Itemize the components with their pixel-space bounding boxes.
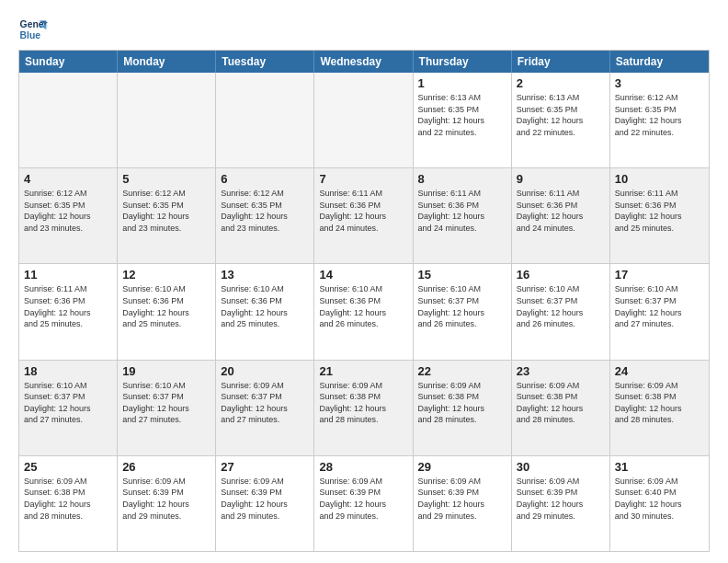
day-number: 12 — [122, 268, 210, 282]
day-number: 27 — [221, 460, 309, 474]
calendar-row: 11Sunrise: 6:11 AM Sunset: 6:36 PM Dayli… — [19, 264, 709, 360]
calendar-cell: 22Sunrise: 6:09 AM Sunset: 6:38 PM Dayli… — [414, 361, 512, 455]
day-number: 3 — [615, 76, 704, 90]
calendar-cell: 3Sunrise: 6:12 AM Sunset: 6:35 PM Daylig… — [610, 73, 709, 167]
calendar-cell: 23Sunrise: 6:09 AM Sunset: 6:38 PM Dayli… — [512, 361, 610, 455]
calendar-row: 25Sunrise: 6:09 AM Sunset: 6:38 PM Dayli… — [19, 456, 709, 551]
logo-icon: General Blue — [18, 15, 48, 44]
header-day: Thursday — [414, 51, 512, 73]
calendar-header: SundayMondayTuesdayWednesdayThursdayFrid… — [19, 51, 709, 73]
day-number: 30 — [517, 460, 605, 474]
calendar-cell: 29Sunrise: 6:09 AM Sunset: 6:39 PM Dayli… — [414, 456, 512, 551]
calendar-cell: 16Sunrise: 6:10 AM Sunset: 6:37 PM Dayli… — [512, 264, 610, 359]
day-number: 15 — [418, 268, 506, 282]
calendar-cell: 26Sunrise: 6:09 AM Sunset: 6:39 PM Dayli… — [118, 456, 216, 551]
day-number: 5 — [122, 172, 210, 186]
day-detail: Sunrise: 6:13 AM Sunset: 6:35 PM Dayligh… — [517, 92, 605, 138]
calendar-cell — [19, 73, 118, 167]
day-detail: Sunrise: 6:12 AM Sunset: 6:35 PM Dayligh… — [615, 92, 704, 138]
calendar-cell: 15Sunrise: 6:10 AM Sunset: 6:37 PM Dayli… — [414, 264, 512, 359]
day-detail: Sunrise: 6:09 AM Sunset: 6:38 PM Dayligh… — [24, 476, 112, 522]
day-detail: Sunrise: 6:09 AM Sunset: 6:39 PM Dayligh… — [122, 476, 210, 522]
day-detail: Sunrise: 6:11 AM Sunset: 6:36 PM Dayligh… — [615, 188, 704, 234]
calendar-cell: 13Sunrise: 6:10 AM Sunset: 6:36 PM Dayli… — [216, 264, 314, 359]
calendar-cell: 27Sunrise: 6:09 AM Sunset: 6:39 PM Dayli… — [216, 456, 314, 551]
day-detail: Sunrise: 6:09 AM Sunset: 6:39 PM Dayligh… — [517, 476, 605, 522]
day-number: 19 — [122, 364, 210, 378]
day-detail: Sunrise: 6:10 AM Sunset: 6:37 PM Dayligh… — [24, 380, 112, 426]
calendar-cell: 20Sunrise: 6:09 AM Sunset: 6:37 PM Dayli… — [216, 361, 314, 455]
calendar-cell: 30Sunrise: 6:09 AM Sunset: 6:39 PM Dayli… — [512, 456, 610, 551]
calendar-cell — [216, 73, 314, 167]
day-number: 22 — [418, 364, 506, 378]
day-number: 7 — [319, 172, 407, 186]
day-number: 28 — [319, 460, 407, 474]
day-detail: Sunrise: 6:09 AM Sunset: 6:38 PM Dayligh… — [319, 380, 407, 426]
day-number: 14 — [319, 268, 407, 282]
calendar-cell: 25Sunrise: 6:09 AM Sunset: 6:38 PM Dayli… — [19, 456, 118, 551]
calendar-cell: 5Sunrise: 6:12 AM Sunset: 6:35 PM Daylig… — [118, 168, 216, 263]
calendar-cell: 24Sunrise: 6:09 AM Sunset: 6:38 PM Dayli… — [610, 361, 709, 455]
calendar-cell: 2Sunrise: 6:13 AM Sunset: 6:35 PM Daylig… — [512, 73, 610, 167]
day-detail: Sunrise: 6:12 AM Sunset: 6:35 PM Dayligh… — [122, 188, 210, 234]
day-number: 4 — [24, 172, 112, 186]
calendar-cell: 4Sunrise: 6:12 AM Sunset: 6:35 PM Daylig… — [19, 168, 118, 263]
calendar-cell: 12Sunrise: 6:10 AM Sunset: 6:36 PM Dayli… — [118, 264, 216, 359]
day-detail: Sunrise: 6:10 AM Sunset: 6:37 PM Dayligh… — [122, 380, 210, 426]
day-detail: Sunrise: 6:10 AM Sunset: 6:36 PM Dayligh… — [122, 283, 210, 329]
calendar-cell: 19Sunrise: 6:10 AM Sunset: 6:37 PM Dayli… — [118, 361, 216, 455]
day-detail: Sunrise: 6:09 AM Sunset: 6:38 PM Dayligh… — [615, 380, 704, 426]
day-number: 29 — [418, 460, 506, 474]
day-number: 20 — [221, 364, 309, 378]
calendar-cell: 31Sunrise: 6:09 AM Sunset: 6:40 PM Dayli… — [610, 456, 709, 551]
day-detail: Sunrise: 6:11 AM Sunset: 6:36 PM Dayligh… — [24, 283, 112, 329]
day-number: 9 — [517, 172, 605, 186]
day-detail: Sunrise: 6:10 AM Sunset: 6:37 PM Dayligh… — [615, 283, 704, 329]
header-day: Tuesday — [216, 51, 314, 73]
day-detail: Sunrise: 6:11 AM Sunset: 6:36 PM Dayligh… — [319, 188, 407, 234]
day-number: 23 — [517, 364, 605, 378]
day-number: 18 — [24, 364, 112, 378]
calendar-cell — [314, 73, 413, 167]
header-day: Saturday — [610, 51, 709, 73]
header-day: Wednesday — [314, 51, 413, 73]
day-detail: Sunrise: 6:09 AM Sunset: 6:39 PM Dayligh… — [221, 476, 309, 522]
day-number: 6 — [221, 172, 309, 186]
day-number: 2 — [517, 76, 605, 90]
logo: General Blue — [18, 15, 48, 44]
svg-text:Blue: Blue — [20, 30, 41, 40]
calendar-cell: 7Sunrise: 6:11 AM Sunset: 6:36 PM Daylig… — [314, 168, 413, 263]
calendar-cell: 14Sunrise: 6:10 AM Sunset: 6:36 PM Dayli… — [314, 264, 413, 359]
day-detail: Sunrise: 6:09 AM Sunset: 6:37 PM Dayligh… — [221, 380, 309, 426]
day-detail: Sunrise: 6:13 AM Sunset: 6:35 PM Dayligh… — [418, 92, 506, 138]
day-number: 26 — [122, 460, 210, 474]
day-detail: Sunrise: 6:12 AM Sunset: 6:35 PM Dayligh… — [24, 188, 112, 234]
calendar-row: 4Sunrise: 6:12 AM Sunset: 6:35 PM Daylig… — [19, 168, 709, 264]
calendar-cell: 10Sunrise: 6:11 AM Sunset: 6:36 PM Dayli… — [610, 168, 709, 263]
day-detail: Sunrise: 6:09 AM Sunset: 6:39 PM Dayligh… — [418, 476, 506, 522]
calendar-cell: 21Sunrise: 6:09 AM Sunset: 6:38 PM Dayli… — [314, 361, 413, 455]
calendar-cell: 1Sunrise: 6:13 AM Sunset: 6:35 PM Daylig… — [414, 73, 512, 167]
calendar-page: General Blue SundayMondayTuesdayWednesda… — [0, 0, 728, 563]
header-day: Friday — [512, 51, 610, 73]
header-day: Monday — [118, 51, 216, 73]
header-day: Sunday — [19, 51, 118, 73]
calendar-cell: 18Sunrise: 6:10 AM Sunset: 6:37 PM Dayli… — [19, 361, 118, 455]
day-number: 16 — [517, 268, 605, 282]
day-detail: Sunrise: 6:12 AM Sunset: 6:35 PM Dayligh… — [221, 188, 309, 234]
calendar-cell: 9Sunrise: 6:11 AM Sunset: 6:36 PM Daylig… — [512, 168, 610, 263]
day-detail: Sunrise: 6:09 AM Sunset: 6:39 PM Dayligh… — [319, 476, 407, 522]
calendar-row: 1Sunrise: 6:13 AM Sunset: 6:35 PM Daylig… — [19, 73, 709, 168]
day-number: 13 — [221, 268, 309, 282]
day-number: 10 — [615, 172, 704, 186]
day-number: 1 — [418, 76, 506, 90]
day-detail: Sunrise: 6:11 AM Sunset: 6:36 PM Dayligh… — [517, 188, 605, 234]
day-number: 8 — [418, 172, 506, 186]
day-detail: Sunrise: 6:11 AM Sunset: 6:36 PM Dayligh… — [418, 188, 506, 234]
calendar-cell — [118, 73, 216, 167]
calendar-cell: 6Sunrise: 6:12 AM Sunset: 6:35 PM Daylig… — [216, 168, 314, 263]
calendar-cell: 8Sunrise: 6:11 AM Sunset: 6:36 PM Daylig… — [414, 168, 512, 263]
day-number: 25 — [24, 460, 112, 474]
day-detail: Sunrise: 6:09 AM Sunset: 6:40 PM Dayligh… — [615, 476, 704, 522]
day-detail: Sunrise: 6:10 AM Sunset: 6:37 PM Dayligh… — [418, 283, 506, 329]
